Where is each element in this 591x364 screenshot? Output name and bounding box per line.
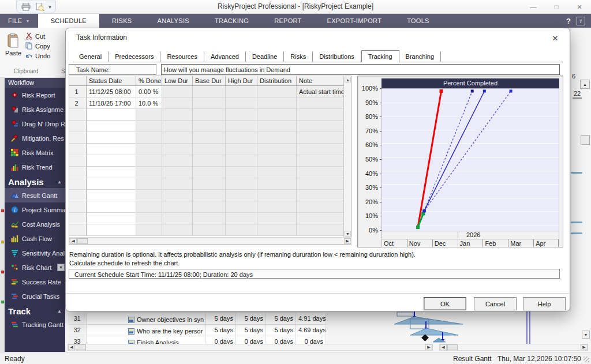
table-cell[interactable] [226, 190, 257, 201]
table-row[interactable] [69, 109, 351, 121]
table-cell[interactable] [162, 155, 193, 167]
table-cell[interactable] [257, 167, 297, 178]
table-cell[interactable] [162, 121, 193, 132]
table-cell[interactable] [69, 155, 87, 167]
table-row[interactable]: 111/12/25 08:000.00 %Actual start time [69, 86, 351, 97]
table-cell[interactable] [297, 224, 344, 236]
table-cell[interactable] [136, 167, 162, 178]
column-header-Distribution[interactable]: Distribution [257, 76, 297, 85]
table-cell[interactable]: 0.00 % [136, 86, 162, 97]
table-cell[interactable]: 11/18/25 17:00 [87, 97, 136, 109]
table-cell[interactable] [136, 213, 162, 224]
minimize-icon[interactable]: — [522, 0, 545, 14]
table-cell[interactable] [193, 97, 226, 109]
sidebar-item-project-summa[interactable]: iProject Summa [5, 202, 65, 217]
table-cell[interactable] [162, 86, 193, 97]
table-cell[interactable] [226, 155, 257, 167]
help-button[interactable]: Help [523, 297, 566, 310]
table-cell[interactable] [193, 201, 226, 213]
background-scroll-down-icon[interactable]: ▼ [582, 331, 590, 339]
table-cell[interactable] [162, 178, 193, 190]
table-cell[interactable] [257, 155, 297, 167]
sidebar-section-track[interactable]: Track▲ [5, 303, 65, 317]
table-cell[interactable] [226, 132, 257, 144]
sidebar-item-risk-report[interactable]: Risk Report [5, 88, 65, 102]
table-cell[interactable] [136, 144, 162, 155]
table-cell[interactable] [257, 109, 297, 121]
undo-button[interactable]: Undo [25, 51, 50, 61]
tab-distributions[interactable]: Distributions [313, 51, 361, 62]
table-cell[interactable] [226, 97, 257, 109]
menu-item-export-import[interactable]: EXPORT-IMPORT [315, 14, 395, 28]
table-cell[interactable] [297, 213, 344, 224]
table-cell[interactable] [193, 144, 226, 155]
table-cell[interactable] [297, 201, 344, 213]
cancel-button[interactable]: Cancel [474, 297, 517, 310]
menu-item-report[interactable]: REPORT [261, 14, 314, 28]
table-cell[interactable] [257, 144, 297, 155]
table-cell[interactable] [257, 201, 297, 213]
table-cell[interactable] [226, 144, 257, 155]
table-cell[interactable] [136, 132, 162, 144]
table-cell[interactable] [193, 178, 226, 190]
table-cell[interactable] [257, 213, 297, 224]
cut-button[interactable]: Cut [25, 31, 50, 41]
scroll-up-icon[interactable]: ▲ [345, 77, 351, 82]
table-cell[interactable] [193, 190, 226, 201]
sidebar-item-crucial-tasks[interactable]: Crucial Tasks [5, 289, 65, 303]
table-row[interactable] [69, 224, 351, 236]
table-cell[interactable] [226, 109, 257, 121]
tab-resources[interactable]: Resources [160, 51, 204, 62]
info-icon[interactable]: i [577, 17, 585, 25]
table-cell[interactable] [136, 224, 162, 236]
table-cell[interactable] [193, 86, 226, 97]
table-cell[interactable] [257, 86, 297, 97]
table-cell[interactable] [69, 213, 87, 224]
table-cell[interactable] [136, 201, 162, 213]
table-cell[interactable] [162, 190, 193, 201]
scroll-thumb[interactable] [76, 344, 86, 350]
table-cell[interactable]: 10.0 % [136, 97, 162, 109]
column-header-% Done[interactable]: % Done [136, 76, 162, 85]
table-row[interactable] [69, 190, 351, 201]
table-cell[interactable] [193, 109, 226, 121]
column-header-Status Date[interactable]: Status Date [87, 76, 136, 85]
table-cell[interactable] [226, 178, 257, 190]
table-cell[interactable] [87, 224, 136, 236]
table-cell[interactable] [162, 213, 193, 224]
menu-item-tools[interactable]: TOOLS [394, 14, 442, 28]
table-row[interactable] [69, 121, 351, 132]
table-cell[interactable] [257, 178, 297, 190]
table-cell[interactable] [162, 109, 193, 121]
table-cell[interactable]: 1 [69, 86, 87, 97]
table-cell[interactable] [69, 167, 87, 178]
table-cell[interactable] [87, 178, 136, 190]
sidebar-item-cost-analysis[interactable]: Cost Analysis [5, 217, 65, 231]
tab-predecessors[interactable]: Predecessors [109, 51, 160, 62]
table-cell[interactable] [257, 121, 297, 132]
menu-item-schedule[interactable]: SCHEDULE [38, 14, 99, 28]
table-cell[interactable] [193, 132, 226, 144]
scroll-right-icon[interactable]: ▶ [425, 344, 432, 350]
scroll-left-icon[interactable]: ◀ [68, 344, 75, 350]
sidebar-collapse-icon[interactable]: ▼ [57, 264, 65, 271]
table-cell[interactable] [226, 121, 257, 132]
table-cell[interactable] [297, 109, 344, 121]
table-cell[interactable] [297, 97, 344, 109]
table-cell[interactable] [297, 178, 344, 190]
table-cell[interactable] [297, 121, 344, 132]
table-row[interactable] [69, 201, 351, 213]
table-cell[interactable] [257, 190, 297, 201]
table-cell[interactable] [226, 201, 257, 213]
table-cell[interactable] [226, 86, 257, 97]
table-cell[interactable] [257, 224, 297, 236]
menu-item-file[interactable]: FILE▼ [0, 14, 38, 28]
table-cell[interactable] [193, 121, 226, 132]
table-cell[interactable]: 2 [69, 97, 87, 109]
table-row[interactable] [69, 213, 351, 224]
sidebar-item-risk-matrix[interactable]: Risk Matrix [5, 145, 65, 160]
table-cell[interactable] [69, 132, 87, 144]
task-name-input[interactable]: How will you manage fluctuations in Dema… [161, 64, 560, 75]
table-cell[interactable] [162, 144, 193, 155]
table-row[interactable] [69, 178, 351, 190]
